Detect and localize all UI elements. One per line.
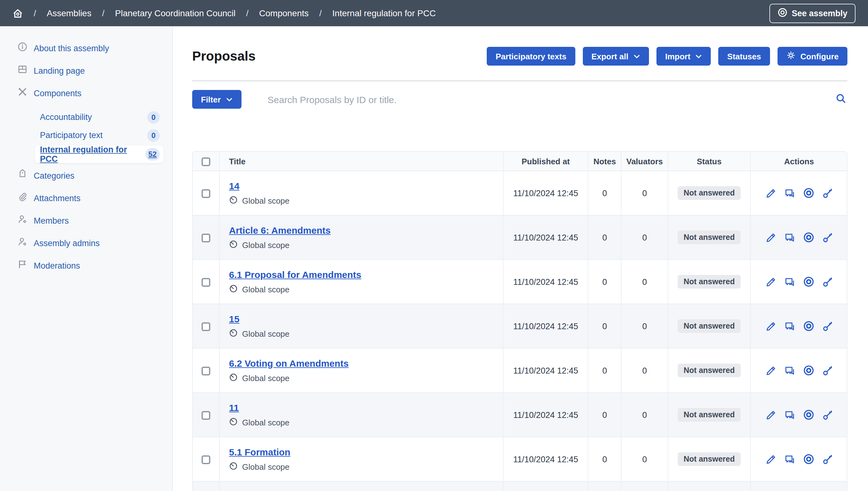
row-checkbox[interactable] bbox=[202, 233, 210, 242]
proposal-title-link[interactable]: 15 bbox=[229, 313, 239, 324]
proposal-title-link[interactable]: Article 6: Amendments bbox=[229, 225, 331, 235]
sidebar-subitem-internal-regulation[interactable]: Internal regulation for PCC 52 bbox=[35, 146, 163, 163]
notes-count: 0 bbox=[588, 171, 621, 215]
flag-icon bbox=[18, 259, 27, 272]
comment-icon[interactable] bbox=[784, 321, 795, 331]
configure-button[interactable]: Configure bbox=[777, 47, 847, 66]
permissions-key-icon[interactable] bbox=[822, 454, 833, 464]
preview-eye-icon[interactable] bbox=[803, 232, 814, 243]
edit-pencil-icon[interactable] bbox=[765, 409, 776, 420]
scope-icon bbox=[229, 239, 238, 250]
import-button[interactable]: Import bbox=[656, 47, 711, 66]
table-row: 15 Global scope 11/10/2024 12:45 0 0 Not… bbox=[193, 304, 847, 348]
sidebar-item-moderations[interactable]: Moderations bbox=[0, 259, 172, 272]
comment-icon[interactable] bbox=[784, 188, 795, 198]
published-at-cell: 11/10/2024 12:45 bbox=[503, 348, 588, 392]
permissions-key-icon[interactable] bbox=[822, 232, 833, 243]
sidebar-item-members[interactable]: Members bbox=[0, 214, 172, 227]
see-assembly-button[interactable]: See assembly bbox=[769, 3, 856, 23]
sidebar-item-assembly-admins[interactable]: Assembly admins bbox=[0, 237, 172, 249]
comment-icon[interactable] bbox=[784, 365, 795, 376]
statuses-button[interactable]: Statuses bbox=[718, 47, 770, 66]
permissions-key-icon[interactable] bbox=[822, 409, 833, 420]
preview-eye-icon[interactable] bbox=[803, 276, 814, 287]
home-gear-icon[interactable] bbox=[12, 8, 23, 19]
edit-pencil-icon[interactable] bbox=[765, 232, 776, 243]
preview-eye-icon[interactable] bbox=[803, 187, 814, 199]
permissions-key-icon[interactable] bbox=[822, 277, 833, 287]
edit-pencil-icon[interactable] bbox=[765, 321, 776, 331]
participatory-texts-button[interactable]: Participatory texts bbox=[487, 47, 575, 66]
proposal-title-link[interactable]: 5.1 Formation bbox=[229, 446, 290, 457]
chevron-down-icon bbox=[633, 52, 640, 61]
search-icon[interactable] bbox=[834, 92, 847, 107]
toolbar: Participatory texts Export all Import St… bbox=[487, 47, 847, 66]
published-at-cell: 11/10/2024 12:45 bbox=[503, 304, 588, 348]
row-checkbox[interactable] bbox=[202, 189, 210, 198]
valuators-count: 0 bbox=[621, 304, 668, 348]
preview-eye-icon[interactable] bbox=[803, 409, 814, 421]
permissions-key-icon[interactable] bbox=[822, 188, 833, 198]
sidebar-item-about[interactable]: About this assembly bbox=[0, 42, 172, 54]
export-all-button[interactable]: Export all bbox=[583, 47, 649, 66]
user-gear-icon bbox=[18, 237, 27, 249]
edit-pencil-icon[interactable] bbox=[765, 188, 776, 198]
row-actions bbox=[751, 409, 847, 421]
proposals-table: Title Published at Notes Valuators Statu… bbox=[192, 151, 847, 491]
preview-eye-icon[interactable] bbox=[803, 454, 814, 465]
tag-icon bbox=[18, 169, 27, 182]
comment-icon[interactable] bbox=[784, 454, 795, 464]
proposal-title-link[interactable]: 6.1 Proposal for Amendments bbox=[229, 269, 361, 280]
valuators-count bbox=[621, 481, 668, 491]
published-at-cell: 11/10/2024 12:45 bbox=[503, 171, 588, 215]
breadcrumb-current-component[interactable]: Internal regulation for PCC bbox=[332, 8, 436, 18]
proposal-title-link[interactable]: 6.2 Voting on Amendments bbox=[229, 358, 348, 368]
row-checkbox[interactable] bbox=[202, 366, 210, 375]
table-header-row: Title Published at Notes Valuators Statu… bbox=[193, 152, 847, 171]
scope-icon bbox=[229, 195, 238, 206]
breadcrumb-assembly-name[interactable]: Planetary Coordination Council bbox=[115, 8, 236, 18]
permissions-key-icon[interactable] bbox=[822, 321, 833, 331]
sidebar-subitem-accountability[interactable]: Accountability 0 bbox=[35, 109, 163, 125]
sidebar-item-label: Attachments bbox=[34, 193, 81, 203]
row-checkbox[interactable] bbox=[202, 322, 210, 331]
edit-pencil-icon[interactable] bbox=[765, 277, 776, 287]
edit-pencil-icon[interactable] bbox=[765, 454, 776, 464]
sidebar-item-components[interactable]: Components bbox=[0, 87, 172, 99]
filter-button[interactable]: Filter bbox=[192, 90, 242, 109]
status-badge: Not answered bbox=[677, 408, 741, 422]
table-row: 11 Global scope 11/10/2024 12:45 0 0 Not… bbox=[193, 392, 847, 437]
permissions-key-icon[interactable] bbox=[822, 365, 833, 376]
search-input[interactable] bbox=[268, 94, 834, 105]
info-icon bbox=[18, 42, 27, 54]
count-badge: 52 bbox=[145, 148, 160, 161]
proposal-title-link[interactable]: 11 bbox=[229, 402, 239, 413]
row-checkbox[interactable] bbox=[202, 278, 210, 286]
scope-icon bbox=[229, 417, 238, 428]
select-all-checkbox[interactable] bbox=[202, 157, 210, 166]
proposal-scope: Global scope bbox=[242, 240, 289, 250]
edit-pencil-icon[interactable] bbox=[765, 365, 776, 376]
sidebar-subitem-participatory-text[interactable]: Participatory text 0 bbox=[35, 127, 163, 143]
breadcrumb-components[interactable]: Components bbox=[259, 8, 309, 18]
row-checkbox[interactable] bbox=[202, 455, 210, 464]
preview-eye-icon[interactable] bbox=[803, 320, 814, 332]
eye-icon bbox=[777, 7, 787, 19]
sidebar-item-landing-page[interactable]: Landing page bbox=[0, 64, 172, 77]
breadcrumb-assemblies[interactable]: Assemblies bbox=[47, 8, 91, 18]
row-actions bbox=[751, 276, 847, 287]
table-row: Article 6: Amendments Global scope 11/10… bbox=[193, 215, 847, 259]
proposal-title-link[interactable]: 14 bbox=[229, 180, 239, 191]
published-at-cell: 11/10/2024 12:45 bbox=[503, 215, 588, 259]
paperclip-icon bbox=[18, 192, 27, 204]
breadcrumb-separator: / bbox=[246, 8, 249, 18]
sidebar-item-attachments[interactable]: Attachments bbox=[0, 192, 172, 204]
proposal-scope: Global scope bbox=[242, 373, 289, 383]
sidebar-item-categories[interactable]: Categories bbox=[0, 169, 172, 182]
comment-icon[interactable] bbox=[784, 409, 795, 420]
comment-icon[interactable] bbox=[784, 277, 795, 287]
components-submenu: Accountability 0 Participatory text 0 In… bbox=[35, 109, 172, 163]
row-checkbox[interactable] bbox=[202, 411, 210, 420]
preview-eye-icon[interactable] bbox=[803, 365, 814, 376]
comment-icon[interactable] bbox=[784, 232, 795, 243]
